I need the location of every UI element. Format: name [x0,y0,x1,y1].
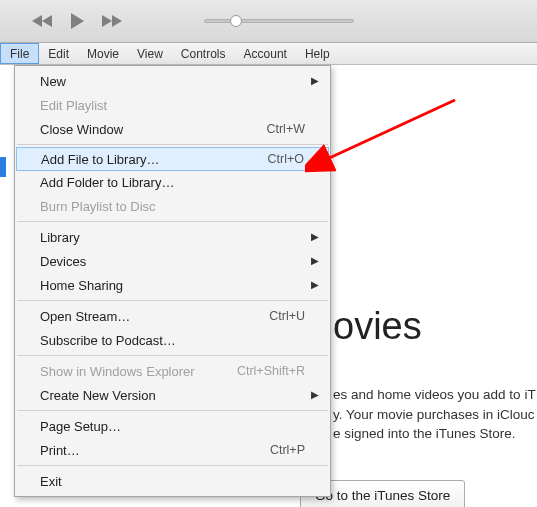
menu-shortcut: Ctrl+U [269,309,305,323]
menu-item-print[interactable]: Print… Ctrl+P [16,438,329,462]
fast-forward-icon[interactable] [100,14,124,28]
menu-label: Home Sharing [40,278,305,293]
menu-movie[interactable]: Movie [78,43,128,64]
menu-item-new[interactable]: New ▶ [16,69,329,93]
menu-account[interactable]: Account [235,43,296,64]
menu-item-home-sharing[interactable]: Home Sharing ▶ [16,273,329,297]
desc-line: e signed into the iTunes Store. [333,426,516,441]
title-bar [0,0,537,43]
menu-item-subscribe-podcast[interactable]: Subscribe to Podcast… [16,328,329,352]
submenu-arrow-icon: ▶ [311,389,319,400]
menu-bar: File Edit Movie View Controls Account He… [0,43,537,65]
menu-separator [17,410,328,411]
menu-edit[interactable]: Edit [39,43,78,64]
menu-file[interactable]: File [0,43,39,64]
menu-separator [17,144,328,145]
menu-separator [17,300,328,301]
menu-item-burn-playlist: Burn Playlist to Disc [16,194,329,218]
menu-label: Show in Windows Explorer [40,364,237,379]
menu-label: Exit [40,474,305,489]
menu-item-devices[interactable]: Devices ▶ [16,249,329,273]
menu-controls[interactable]: Controls [172,43,235,64]
rewind-icon[interactable] [30,14,54,28]
file-dropdown-menu: New ▶ Edit Playlist Close Window Ctrl+W … [14,65,331,497]
desc-line: y. Your movie purchases in iClouc [333,407,535,422]
menu-label: Open Stream… [40,309,269,324]
menu-separator [17,355,328,356]
scrubber-thumb[interactable] [230,15,242,27]
menu-label: New [40,74,305,89]
menu-item-page-setup[interactable]: Page Setup… [16,414,329,438]
page-title: ovies [333,305,422,348]
play-icon[interactable] [68,12,86,30]
menu-label: Create New Version [40,388,305,403]
menu-label: Add File to Library… [41,152,268,167]
menu-label: Subscribe to Podcast… [40,333,305,348]
menu-shortcut: Ctrl+P [270,443,305,457]
menu-label: Close Window [40,122,266,137]
menu-separator [17,465,328,466]
menu-label: Print… [40,443,270,458]
sidebar-selection-indicator [0,157,6,177]
menu-item-edit-playlist: Edit Playlist [16,93,329,117]
menu-shortcut: Ctrl+Shift+R [237,364,305,378]
playback-controls [30,12,124,30]
scrubber[interactable] [204,19,354,23]
menu-separator [17,221,328,222]
menu-item-add-folder-to-library[interactable]: Add Folder to Library… [16,170,329,194]
menu-label: Burn Playlist to Disc [40,199,305,214]
menu-label: Devices [40,254,305,269]
menu-item-show-in-explorer: Show in Windows Explorer Ctrl+Shift+R [16,359,329,383]
menu-label: Library [40,230,305,245]
desc-line: es and home videos you add to iT [333,387,536,402]
menu-item-create-new-version[interactable]: Create New Version ▶ [16,383,329,407]
menu-item-close-window[interactable]: Close Window Ctrl+W [16,117,329,141]
menu-item-library[interactable]: Library ▶ [16,225,329,249]
menu-view[interactable]: View [128,43,172,64]
page-description: es and home videos you add to iT y. Your… [333,385,537,444]
submenu-arrow-icon: ▶ [311,279,319,290]
menu-shortcut: Ctrl+W [266,122,305,136]
menu-item-exit[interactable]: Exit [16,469,329,493]
menu-label: Page Setup… [40,419,305,434]
submenu-arrow-icon: ▶ [311,75,319,86]
menu-label: Add Folder to Library… [40,175,305,190]
menu-label: Edit Playlist [40,98,305,113]
submenu-arrow-icon: ▶ [311,255,319,266]
submenu-arrow-icon: ▶ [311,231,319,242]
menu-item-open-stream[interactable]: Open Stream… Ctrl+U [16,304,329,328]
menu-help[interactable]: Help [296,43,339,64]
menu-item-add-file-to-library[interactable]: Add File to Library… Ctrl+O [16,147,329,171]
scrubber-track[interactable] [204,19,354,23]
menu-shortcut: Ctrl+O [268,152,304,166]
